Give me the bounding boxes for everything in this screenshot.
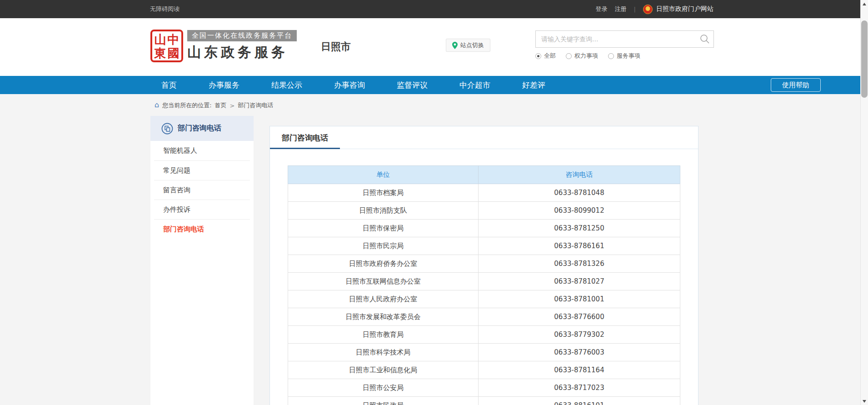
main-nav: 首页 办事服务 结果公示 办事咨询 监督评议 中介超市 好差评 使用帮助 [0,76,860,94]
nav-item-rating[interactable]: 好差评 [522,76,545,94]
tab-bar: 部门咨询电话 [270,126,698,149]
search-icon [700,34,710,44]
nav-item-intermediary[interactable]: 中介超市 [459,76,490,94]
sidebar-item-faq[interactable]: 常见问题 [154,160,250,180]
unit-cell: 日照市消防支队 [288,202,479,220]
nav-item-consult[interactable]: 办事咨询 [334,76,365,94]
platform-banner: 全国一体化在线政务服务平台 [187,30,297,41]
table-row: 日照市保密局0633-8781250 [288,220,680,237]
sidebar-header: 部门咨询电话 [150,116,254,141]
scope-option-service[interactable]: 服务事项 [608,52,640,60]
seal-char: 中 [167,33,180,46]
phone-cell: 0633-8781001 [479,290,680,308]
phone-cell: 0633-8776003 [479,344,680,361]
phone-cell: 0633-8816101 [479,397,680,405]
search-input[interactable] [536,35,696,43]
breadcrumb-current: 部门咨询电话 [238,101,273,110]
shandong-seal-icon: 山 中 東 國 [150,30,183,62]
table-row: 日照市互联网信息办公室0633-8781027 [288,273,680,290]
scope-option-all[interactable]: 全部 [535,52,556,60]
search-button[interactable] [696,31,713,47]
login-link[interactable]: 登录 [596,5,608,13]
current-city: 日照市 [321,40,351,54]
phone-cell: 0633-8781164 [479,361,680,379]
phone-cell: 0633-8786161 [479,237,680,255]
seal-char: 山 [154,33,167,46]
tab-department-phones[interactable]: 部门咨询电话 [270,126,340,149]
breadcrumb: ⌂ 您当前所在的位置: 首页 > 部门咨询电话 [155,101,273,110]
scrollbar-thumb[interactable] [861,20,868,98]
scroll-up-button[interactable] [861,0,868,8]
scope-label: 权力事项 [574,52,598,60]
table-header-row: 单位 咨询电话 [288,166,680,184]
phone-cell: 0633-8781250 [479,220,680,237]
table-row: 日照市消防支队0633-8099012 [288,202,680,220]
register-link[interactable]: 注册 [615,5,627,13]
up-arrow-icon [863,3,866,5]
phone-cell: 0633-8781048 [479,184,680,202]
table-row: 日照市发展和改革委员会0633-8776600 [288,308,680,326]
column-header-unit[interactable]: 单位 [288,166,479,184]
unit-cell: 日照市工业和信息化局 [288,361,479,379]
portal-name: 日照市政府门户网站 [656,5,713,13]
search-box [535,30,714,48]
table-row: 日照市教育局0633-8779302 [288,326,680,344]
home-icon: ⌂ [155,101,159,109]
scroll-down-button[interactable] [861,397,868,405]
nav-item-supervision[interactable]: 监督评议 [397,76,428,94]
main-panel: 部门咨询电话 单位 咨询电话 日照市档案局0633-8781048 日照市消防支… [269,126,698,405]
portal-link[interactable]: ★ 日照市政府门户网站 [643,5,713,14]
content-area: ⌂ 您当前所在的位置: 首页 > 部门咨询电话 部门咨询电话 智能机器人 常见问… [0,94,860,405]
down-arrow-icon [863,400,866,403]
unit-cell: 日照市教育局 [288,326,479,344]
breadcrumb-separator: > [230,102,235,109]
help-button[interactable]: 使用帮助 [771,78,821,92]
unit-cell: 日照市政府侨务办公室 [288,255,479,273]
table-row: 日照市档案局0633-8781048 [288,184,680,202]
scope-option-power[interactable]: 权力事项 [566,52,598,60]
breadcrumb-home[interactable]: 首页 [215,101,227,110]
site-switch-button[interactable]: 站点切换 [446,39,490,52]
table-row: 日照市民政局0633-8816101 [288,397,680,405]
unit-cell: 日照市人民政府办公室 [288,290,479,308]
site-switch-label: 站点切换 [460,41,484,50]
scope-radio-service[interactable] [608,53,614,59]
phone-cell: 0633-8781027 [479,273,680,290]
table-row: 日照市工业和信息化局0633-8781164 [288,361,680,379]
sidebar-item-robot[interactable]: 智能机器人 [154,141,250,160]
phone-cell: 0633-8776600 [479,308,680,326]
table-row: 日照市人民政府办公室0633-8781001 [288,290,680,308]
vertical-scrollbar[interactable] [860,0,868,405]
table-row: 日照市科学技术局0633-8776003 [288,344,680,361]
table-row: 日照市公安局0633-8717023 [288,379,680,397]
nav-item-results[interactable]: 结果公示 [271,76,302,94]
table-row: 日照市民宗局0633-8786161 [288,237,680,255]
site-logo[interactable]: 山 中 東 國 全国一体化在线政务服务平台 山东政务服务 [150,30,297,62]
breadcrumb-prefix: 您当前所在的位置: [162,101,211,110]
unit-cell: 日照市保密局 [288,220,479,237]
sidebar-item-phones[interactable]: 部门咨询电话 [154,219,250,239]
sidebar-item-complaint[interactable]: 办件投诉 [154,200,250,219]
column-header-phone[interactable]: 咨询电话 [479,166,680,184]
seal-char: 國 [167,46,180,60]
pages-icon [161,123,173,135]
phone-cell: 0633-8717023 [479,379,680,397]
topbar-divider: | [634,6,636,13]
accessibility-link[interactable]: 无障碍阅读 [150,0,180,18]
top-utility-bar: 无障碍阅读 登录 注册 | ★ 日照市政府门户网站 [0,0,860,18]
sidebar-item-message[interactable]: 留言咨询 [154,180,250,200]
table-row: 日照市政府侨务办公室0633-8781326 [288,255,680,273]
scope-label: 全部 [544,52,556,60]
location-pin-icon [452,42,458,49]
unit-cell: 日照市公安局 [288,379,479,397]
unit-cell: 日照市民宗局 [288,237,479,255]
site-header: 山 中 東 國 全国一体化在线政务服务平台 山东政务服务 日照市 站点切换 全部 [0,18,860,76]
scope-radio-power[interactable] [566,53,572,59]
unit-cell: 日照市科学技术局 [288,344,479,361]
nav-item-home[interactable]: 首页 [161,76,177,94]
scope-radio-all[interactable] [535,53,541,59]
scope-label: 服务事项 [617,52,640,60]
nav-item-services[interactable]: 办事服务 [209,76,239,94]
seal-char: 東 [154,46,167,60]
brand-title: 山东政务服务 [187,43,297,62]
